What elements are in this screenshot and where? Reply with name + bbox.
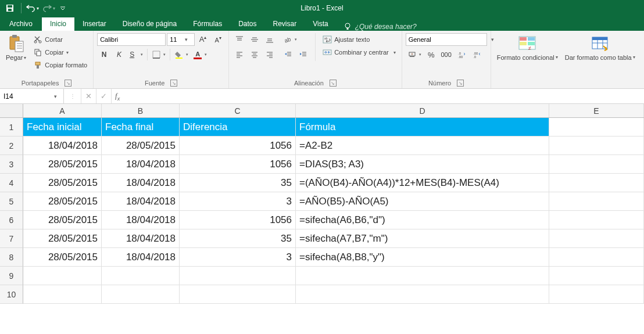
cell-E1[interactable]: [549, 118, 644, 137]
name-box-input[interactable]: [0, 92, 48, 100]
align-bottom-button[interactable]: [263, 33, 277, 46]
orientation-button[interactable]: ab: [281, 33, 299, 46]
row-header-8[interactable]: 8: [0, 248, 23, 267]
cut-button[interactable]: Cortar: [31, 33, 90, 46]
col-header-B[interactable]: B: [102, 104, 180, 117]
tell-me[interactable]: ¿Qué desea hacer?: [344, 23, 417, 31]
cell-E9[interactable]: [549, 267, 644, 285]
align-top-button[interactable]: [232, 33, 246, 46]
cell-C5[interactable]: 3: [180, 192, 296, 211]
col-header-C[interactable]: C: [180, 104, 296, 117]
cell-D9[interactable]: [296, 267, 549, 285]
merge-center-button[interactable]: Combinar y centrar▾: [320, 46, 398, 59]
row-header-7[interactable]: 7: [0, 229, 23, 248]
cell-B4[interactable]: 18/04/2018: [102, 174, 180, 192]
cell-B7[interactable]: 18/04/2018: [102, 229, 180, 248]
cell-B5[interactable]: 18/04/2018: [102, 192, 180, 211]
cell-D10[interactable]: [296, 285, 549, 304]
cell-A4[interactable]: 28/05/2015: [23, 174, 102, 192]
tab-review[interactable]: Revisar: [265, 17, 305, 31]
format-painter-button[interactable]: Copiar formato: [31, 59, 90, 71]
number-format-input[interactable]: [406, 36, 491, 43]
cell-E10[interactable]: [549, 285, 644, 304]
cell-B2[interactable]: 28/05/2015: [102, 137, 180, 155]
fill-color-button[interactable]: [173, 48, 190, 61]
cell-C2[interactable]: 1056: [180, 137, 296, 155]
cell-E7[interactable]: [549, 229, 644, 248]
cell-A2[interactable]: 18/04/2018: [23, 137, 102, 155]
confirm-formula-button[interactable]: ✓: [96, 89, 112, 103]
font-name-combo[interactable]: ▾: [97, 33, 166, 46]
row-header-4[interactable]: 4: [0, 174, 23, 192]
borders-button[interactable]: [150, 48, 167, 61]
undo-button[interactable]: ▾: [25, 1, 40, 15]
cell-B8[interactable]: 18/04/2018: [102, 248, 180, 267]
redo-button[interactable]: ▾: [41, 1, 56, 15]
comma-format-button[interactable]: 000: [439, 48, 453, 61]
font-color-button[interactable]: A: [191, 48, 209, 61]
cell-B3[interactable]: 18/04/2018: [102, 155, 180, 174]
align-middle-button[interactable]: [248, 33, 262, 46]
col-header-D[interactable]: D: [296, 104, 549, 117]
conditional-format-button[interactable]: ≠ Formato condicional▾: [495, 33, 560, 62]
decrease-font-button[interactable]: A▾: [211, 33, 225, 46]
formula-input[interactable]: [123, 89, 644, 103]
row-header-1[interactable]: 1: [0, 118, 23, 137]
save-button[interactable]: [2, 1, 17, 15]
increase-font-button[interactable]: A▴: [196, 33, 210, 46]
cell-D4[interactable]: =(AÑO(B4)-AÑO(A4))*12+MES(B4)-MES(A4): [296, 174, 549, 192]
underline-button[interactable]: S: [127, 48, 145, 61]
tab-view[interactable]: Vista: [305, 17, 336, 31]
number-format-combo[interactable]: ▾: [406, 33, 487, 46]
cell-D7[interactable]: =sifecha(A7,B7,"m"): [296, 229, 549, 248]
tab-home[interactable]: Inicio: [42, 17, 74, 31]
row-header-5[interactable]: 5: [0, 192, 23, 211]
cell-E2[interactable]: [549, 137, 644, 155]
align-right-button[interactable]: [263, 48, 277, 61]
cell-A8[interactable]: 28/05/2015: [23, 248, 102, 267]
number-dialog-launcher[interactable]: ↘: [457, 80, 464, 87]
percent-format-button[interactable]: %: [424, 48, 438, 61]
tab-insert[interactable]: Insertar: [74, 17, 115, 31]
cell-C1[interactable]: Diferencia: [180, 118, 296, 137]
row-header-10[interactable]: 10: [0, 285, 23, 304]
font-size-input[interactable]: [167, 36, 181, 43]
tab-formulas[interactable]: Fórmulas: [185, 17, 230, 31]
cell-C4[interactable]: 35: [180, 174, 296, 192]
copy-button[interactable]: Copiar▾: [31, 46, 90, 59]
row-header-6[interactable]: 6: [0, 211, 23, 229]
col-header-E[interactable]: E: [549, 104, 644, 117]
qat-customize[interactable]: [58, 1, 68, 15]
cell-C3[interactable]: 1056: [180, 155, 296, 174]
row-header-2[interactable]: 2: [0, 137, 23, 155]
cell-E8[interactable]: [549, 248, 644, 267]
tab-data[interactable]: Datos: [230, 17, 264, 31]
cell-A5[interactable]: 28/05/2015: [23, 192, 102, 211]
font-size-dropdown[interactable]: ▾: [181, 37, 191, 42]
cell-A6[interactable]: 28/05/2015: [23, 211, 102, 229]
row-header-9[interactable]: 9: [0, 267, 23, 285]
cell-D2[interactable]: =A2-B2: [296, 137, 549, 155]
cell-E5[interactable]: [549, 192, 644, 211]
fx-label[interactable]: fx: [112, 91, 123, 102]
cell-B6[interactable]: 18/04/2018: [102, 211, 180, 229]
select-all-corner[interactable]: [0, 104, 23, 117]
increase-indent-button[interactable]: [296, 48, 310, 61]
tab-file[interactable]: Archivo: [0, 17, 42, 31]
name-box[interactable]: ▾: [0, 89, 64, 103]
cell-D1[interactable]: Fórmula: [296, 118, 549, 137]
cell-A10[interactable]: [23, 285, 102, 304]
row-header-3[interactable]: 3: [0, 155, 23, 174]
bold-button[interactable]: N: [97, 48, 111, 61]
cell-D8[interactable]: =sifecha(A8,B8,"y"): [296, 248, 549, 267]
cell-A3[interactable]: 28/05/2015: [23, 155, 102, 174]
wrap-text-button[interactable]: ab Ajustar texto: [320, 33, 398, 46]
cell-C8[interactable]: 3: [180, 248, 296, 267]
name-box-dropdown[interactable]: ▾: [48, 94, 63, 99]
cell-D5[interactable]: =AÑO(B5)-AÑO(A5): [296, 192, 549, 211]
tab-page-layout[interactable]: Diseño de página: [115, 17, 185, 31]
font-size-combo[interactable]: ▾: [167, 33, 195, 46]
alignment-dialog-launcher[interactable]: ↘: [330, 80, 337, 87]
cell-A1[interactable]: Fecha inicial: [23, 118, 102, 137]
increase-decimal-button[interactable]: .0.00: [455, 48, 468, 61]
